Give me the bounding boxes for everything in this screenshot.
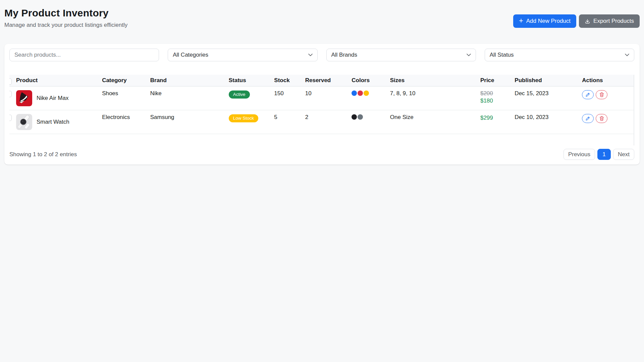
category-cell: Shoes <box>99 86 147 110</box>
category-cell: Electronics <box>99 110 147 134</box>
color-dot <box>352 114 357 120</box>
download-icon <box>585 18 590 24</box>
filter-bar: All Categories All Brands All Status <box>9 49 634 61</box>
column-header-sizes: Sizes <box>387 75 477 86</box>
brand-filter-value: All Brands <box>331 52 357 58</box>
export-products-label: Export Products <box>593 18 634 24</box>
table-row: Nike Air Max Shoes Nike Active 150 10 7,… <box>9 86 634 110</box>
color-dot <box>358 90 363 96</box>
status-badge: Active <box>229 90 250 99</box>
row-actions <box>582 114 631 123</box>
column-header-stock: Stock <box>271 75 302 86</box>
export-products-button[interactable]: Export Products <box>579 14 640 28</box>
product-cell: Smart Watch <box>16 114 95 130</box>
entries-summary: Showing 1 to 2 of 2 entries <box>9 151 77 158</box>
status-filter-select[interactable]: All Status <box>485 49 634 61</box>
column-header-status: Status <box>225 75 271 86</box>
category-filter-select[interactable]: All Categories <box>168 49 317 61</box>
products-table-container[interactable]: Product Category Brand Status Stock Rese… <box>9 75 634 145</box>
delete-button[interactable] <box>596 90 607 99</box>
table-footer: Showing 1 to 2 of 2 entries Previous 1 N… <box>9 149 634 160</box>
red-nike-sneaker-thumbnail <box>16 90 32 106</box>
brand-cell: Samsung <box>147 110 225 134</box>
column-header-colors: Colors <box>348 75 386 86</box>
color-swatches <box>352 90 383 96</box>
published-cell: Dec 15, 2023 <box>511 86 579 110</box>
color-dot <box>352 90 357 96</box>
table-row: Smart Watch Electronics Samsung Low Stoc… <box>9 110 634 134</box>
page-title: My Product Inventory <box>4 7 127 19</box>
row-checkbox[interactable] <box>9 91 12 97</box>
product-inventory-page: My Product Inventory Manage and track yo… <box>0 0 644 165</box>
column-header-reserved: Reserved <box>302 75 348 86</box>
stock-cell: 5 <box>271 110 302 134</box>
column-header-published: Published <box>511 75 579 86</box>
column-header-category: Category <box>99 75 147 86</box>
delete-button[interactable] <box>596 114 607 123</box>
pagination: Previous 1 Next <box>564 149 634 160</box>
price-cell: $200 $180 <box>477 86 511 110</box>
select-all-checkbox[interactable] <box>9 78 12 85</box>
smart-watch-thumbnail <box>16 114 32 130</box>
trash-icon <box>599 116 604 121</box>
column-header-product: Product <box>13 75 99 86</box>
previous-page-button[interactable]: Previous <box>564 149 595 160</box>
color-dot <box>364 90 369 96</box>
row-checkbox[interactable] <box>9 115 12 121</box>
reserved-cell: 2 <box>302 110 348 134</box>
column-header-price: Price <box>477 75 511 86</box>
pencil-icon <box>585 92 590 97</box>
page-subtitle: Manage and track your product listings e… <box>4 22 127 28</box>
add-new-product-button[interactable]: + Add New Product <box>513 14 576 28</box>
chevron-down-icon <box>625 54 629 56</box>
page-number-button[interactable]: 1 <box>597 149 611 160</box>
status-filter-value: All Status <box>490 52 514 58</box>
brand-cell: Nike <box>147 86 225 110</box>
page-header: My Product Inventory Manage and track yo… <box>4 7 640 28</box>
product-name: Nike Air Max <box>37 95 68 102</box>
chevron-down-icon <box>308 54 313 56</box>
add-new-product-label: Add New Product <box>526 18 571 24</box>
edit-button[interactable] <box>582 114 594 123</box>
stock-cell: 150 <box>271 86 302 110</box>
product-cell: Nike Air Max <box>16 90 95 106</box>
pencil-icon <box>585 116 590 121</box>
color-dot <box>358 114 363 120</box>
sizes-cell: 7, 8, 9, 10 <box>387 86 477 110</box>
color-swatches <box>352 114 383 120</box>
published-cell: Dec 10, 2023 <box>511 110 579 134</box>
status-badge: Low Stock <box>229 114 258 122</box>
search-input[interactable] <box>9 49 159 61</box>
column-header-brand: Brand <box>147 75 225 86</box>
price-current: $299 <box>480 115 508 121</box>
inventory-card: All Categories All Brands All Status <box>4 44 640 165</box>
brand-filter-select[interactable]: All Brands <box>326 49 476 61</box>
plus-icon: + <box>519 17 523 24</box>
products-table: Product Category Brand Status Stock Rese… <box>9 75 634 134</box>
page-header-text: My Product Inventory Manage and track yo… <box>4 7 127 28</box>
next-page-button[interactable]: Next <box>613 149 634 160</box>
reserved-cell: 10 <box>302 86 348 110</box>
header-actions: + Add New Product Export Products <box>513 14 640 28</box>
price-current: $180 <box>480 98 508 104</box>
price-cell: $299 <box>477 110 511 134</box>
trash-icon <box>599 92 604 97</box>
table-header-row: Product Category Brand Status Stock Rese… <box>9 75 634 86</box>
category-filter-value: All Categories <box>173 52 208 58</box>
row-actions <box>582 90 631 99</box>
sizes-cell: One Size <box>387 110 477 134</box>
chevron-down-icon <box>467 54 471 56</box>
column-header-actions: Actions <box>579 75 634 86</box>
price-original: $200 <box>480 90 508 97</box>
edit-button[interactable] <box>582 90 594 99</box>
product-name: Smart Watch <box>37 119 69 125</box>
